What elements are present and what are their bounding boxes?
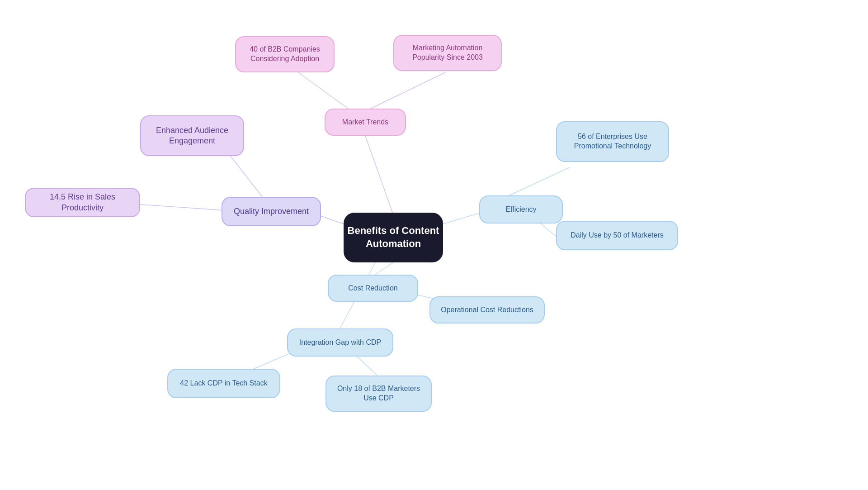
center-node: Benefits of Content Automation: [344, 213, 443, 262]
svg-line-7: [506, 167, 570, 197]
svg-line-0: [365, 136, 393, 215]
integration-gap-node: Integration Gap with CDP: [287, 328, 393, 357]
operational-cost-node: Operational Cost Reductions: [429, 296, 545, 323]
enterprises-use-node: 56 of Enterprises Use Promotional Techno…: [556, 121, 669, 162]
svg-line-2: [371, 72, 445, 109]
cost-reduction-node: Cost Reduction: [328, 275, 418, 302]
b2b-cdp-node: Only 18 of B2B Marketers Use CDP: [326, 376, 432, 412]
marketing-popularity-node: Marketing Automation Popularity Since 20…: [393, 35, 502, 71]
quality-improvement-node: Quality Improvement: [222, 197, 321, 226]
b2b-adoption-node: 40 of B2B Companies Considering Adoption: [235, 36, 335, 72]
lack-cdp-node: 42 Lack CDP in Tech Stack: [167, 369, 280, 398]
daily-use-node: Daily Use by 50 of Marketers: [556, 221, 678, 250]
svg-line-9: [373, 262, 393, 276]
svg-line-4: [231, 156, 262, 197]
enhanced-engagement-node: Enhanced Audience Engagement: [140, 115, 244, 156]
market-trends-node: Market Trends: [325, 109, 406, 136]
sales-productivity-node: 14.5 Rise in Sales Productivity: [25, 188, 140, 217]
efficiency-node: Efficiency: [479, 195, 563, 224]
svg-line-1: [298, 72, 348, 109]
